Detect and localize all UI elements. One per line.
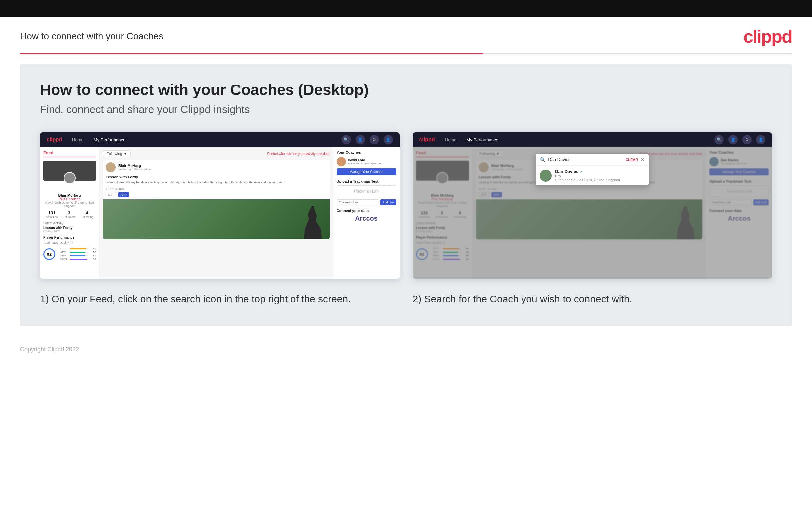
nav-my-performance-2[interactable]: My Performance bbox=[466, 137, 498, 142]
nav-logo-2: clippd bbox=[420, 137, 435, 143]
post-author-info: Blair McHarg Yesterday · Sunningdale bbox=[118, 164, 151, 171]
post-title: Lesson with Fordy bbox=[103, 175, 330, 180]
top-bar bbox=[0, 0, 812, 17]
feed-tab[interactable]: Feed bbox=[43, 151, 96, 157]
screenshot-2: clippd Home My Performance 🔍 👤 ⚙ 👤 Feed bbox=[413, 132, 772, 279]
performance-label: Player Performance bbox=[43, 236, 96, 239]
result-name: Dan Davies bbox=[555, 169, 578, 174]
manage-coaches-btn[interactable]: Manage Your Coaches bbox=[337, 168, 396, 175]
nav-icons-2: 🔍 👤 ⚙ 👤 bbox=[714, 135, 765, 144]
nav-home-2[interactable]: Home bbox=[445, 137, 457, 142]
post-header: Blair McHarg Yesterday · Sunningdale bbox=[103, 160, 330, 175]
main-content: How to connect with your Coaches (Deskto… bbox=[20, 64, 792, 326]
trackman-placeholder: Trackman Link bbox=[337, 185, 396, 197]
main-subtitle: Find, connect and share your Clippd insi… bbox=[40, 103, 772, 116]
post-tags: OTT APP bbox=[103, 192, 330, 199]
header: How to connect with your Coaches clippd bbox=[0, 17, 812, 53]
mock-app-2: clippd Home My Performance 🔍 👤 ⚙ 👤 Feed bbox=[413, 132, 772, 279]
tpq-label: Total Player Quality ⓘ bbox=[43, 241, 96, 245]
avatar bbox=[64, 172, 76, 184]
profile-icon-2[interactable]: 👤 bbox=[728, 135, 737, 144]
coach-item: David Ford Royal North Devon Golf Club bbox=[337, 157, 396, 166]
result-info: Dan Davies ✓ Pro Sunningdale Golf Club, … bbox=[555, 169, 620, 182]
header-divider bbox=[20, 53, 792, 54]
app-nav-2: clippd Home My Performance 🔍 👤 ⚙ 👤 bbox=[413, 132, 772, 147]
nav-home[interactable]: Home bbox=[72, 137, 84, 142]
tag-off[interactable]: OTT bbox=[106, 192, 116, 197]
trackman-input-row: Add Link bbox=[337, 199, 396, 205]
add-link-btn[interactable]: Add Link bbox=[380, 199, 396, 205]
latest-activity-val: Lesson with Fordy bbox=[43, 226, 96, 229]
avatar-icon[interactable]: 👤 bbox=[384, 135, 393, 144]
result-club: Sunningdale Golf Club, United Kingdom bbox=[555, 178, 620, 182]
coach-avatar bbox=[337, 157, 346, 166]
perf-bar-putt: PUTT 96 bbox=[60, 258, 96, 261]
search-input-value[interactable]: Dan Davies bbox=[548, 157, 625, 162]
app-right-panel: Your Coaches David Ford Royal North Devo… bbox=[333, 147, 399, 279]
profile-icon[interactable]: 👤 bbox=[355, 135, 365, 144]
post-meta: Yesterday · Sunningdale bbox=[118, 168, 151, 171]
search-overlay: 🔍 Dan Davies CLEAR ✕ Dan Davies ✓ bbox=[413, 147, 772, 279]
caption-1: 1) On your Feed, click on the search ico… bbox=[40, 292, 399, 306]
search-result[interactable]: Dan Davies ✓ Pro Sunningdale Golf Club, … bbox=[536, 166, 649, 185]
coaches-title: Your Coaches bbox=[337, 151, 396, 154]
coach-club: Royal North Devon Golf Club bbox=[348, 162, 382, 165]
post-author-name: Blair McHarg bbox=[118, 164, 151, 168]
nav-icons: 🔍 👤 ⚙ 👤 bbox=[342, 135, 393, 144]
following-stat: 4 Following bbox=[81, 210, 93, 219]
result-avatar bbox=[540, 170, 552, 182]
score-circle: 92 bbox=[43, 248, 55, 260]
search-icon[interactable]: 🔍 bbox=[342, 135, 351, 144]
post-image bbox=[103, 199, 330, 239]
post-body: Looking to feel like my hands are exitin… bbox=[103, 180, 330, 187]
profile-stats: 131 Activities 3 Followers 4 Following bbox=[43, 210, 96, 219]
profile-handicap: Plus Handicap bbox=[43, 197, 96, 201]
coach-name: David Ford bbox=[348, 158, 382, 162]
profile-banner bbox=[43, 161, 96, 181]
control-link[interactable]: Control who can see your activity and da… bbox=[267, 152, 329, 156]
screenshot-1: clippd Home My Performance 🔍 👤 ⚙ 👤 Feed bbox=[40, 132, 399, 279]
tag-app[interactable]: APP bbox=[118, 192, 129, 197]
following-btn[interactable]: Following ▼ bbox=[103, 151, 131, 157]
profile-name: Blair McHarg bbox=[43, 193, 96, 197]
perf-bar-app: APP 85 bbox=[60, 251, 96, 254]
app-main-feed: Following ▼ Control who can see your act… bbox=[100, 147, 333, 279]
arccos-logo: Arccos bbox=[337, 215, 396, 222]
caption-2: 2) Search for the Coach you wish to conn… bbox=[413, 292, 772, 306]
search-input-row: 🔍 Dan Davies CLEAR ✕ bbox=[536, 154, 649, 166]
caption-text-2: 2) Search for the Coach you wish to conn… bbox=[413, 292, 772, 306]
main-title: How to connect with your Coaches (Deskto… bbox=[40, 81, 772, 99]
coach-info: David Ford Royal North Devon Golf Club bbox=[348, 158, 382, 165]
post-duration: 01 hr : 30 min bbox=[103, 187, 330, 192]
app-nav-1: clippd Home My Performance 🔍 👤 ⚙ 👤 bbox=[40, 132, 399, 147]
post-avatar bbox=[106, 162, 116, 172]
latest-activity-label: Latest Activity bbox=[43, 221, 96, 225]
trackman-input[interactable] bbox=[337, 199, 379, 205]
captions-row: 1) On your Feed, click on the search ico… bbox=[40, 292, 772, 306]
post-card: Blair McHarg Yesterday · Sunningdale Les… bbox=[103, 160, 330, 239]
copyright-text: Copyright Clippd 2022 bbox=[20, 346, 79, 353]
caption-text-1: 1) On your Feed, click on the search ico… bbox=[40, 292, 399, 306]
nav-logo-1: clippd bbox=[47, 137, 62, 143]
close-button[interactable]: ✕ bbox=[640, 156, 645, 163]
footer: Copyright Clippd 2022 bbox=[0, 336, 812, 363]
golfer-silhouette bbox=[303, 206, 323, 239]
latest-activity-date: 03 Aug 2022 bbox=[43, 229, 96, 233]
perf-bar-arg: ARG 86 bbox=[60, 254, 96, 257]
settings-icon[interactable]: ⚙ bbox=[370, 135, 379, 144]
connect-title: Connect your data bbox=[337, 209, 396, 213]
settings-icon-2[interactable]: ⚙ bbox=[742, 135, 752, 144]
screenshots-row: clippd Home My Performance 🔍 👤 ⚙ 👤 Feed bbox=[40, 132, 772, 279]
app-body-1: Feed Blair McHarg Plus Handicap Royal No… bbox=[40, 147, 399, 279]
avatar-icon-2[interactable]: 👤 bbox=[756, 135, 765, 144]
clear-button[interactable]: CLEAR bbox=[625, 158, 638, 162]
following-row: Following ▼ Control who can see your act… bbox=[103, 151, 330, 157]
mock-app-1: clippd Home My Performance 🔍 👤 ⚙ 👤 Feed bbox=[40, 132, 399, 279]
search-icon-2[interactable]: 🔍 bbox=[714, 135, 724, 144]
activities-stat: 131 Activities bbox=[46, 210, 58, 219]
nav-my-performance[interactable]: My Performance bbox=[94, 137, 125, 142]
perf-bar-ott: OTT 90 bbox=[60, 247, 96, 250]
app-left-panel: Feed Blair McHarg Plus Handicap Royal No… bbox=[40, 147, 100, 279]
upload-title: Upload a Trackman Test bbox=[337, 179, 396, 183]
followers-stat: 3 Followers bbox=[63, 210, 76, 219]
